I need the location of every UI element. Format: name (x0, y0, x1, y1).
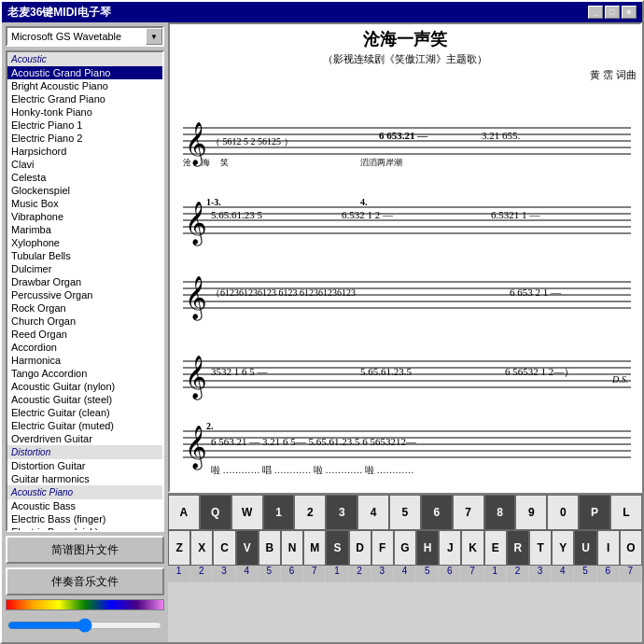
keyboard-key-t2[interactable]: T (529, 530, 552, 566)
keyboard-key-v2[interactable]: V (236, 530, 259, 566)
keyboard-key-3[interactable]: 3 (326, 495, 357, 530)
instrument-list-item[interactable]: Accordion (7, 341, 162, 354)
svg-text:滔滔两岸潮: 滔滔两岸潮 (360, 158, 402, 167)
instrument-list-item[interactable]: Xylophone (7, 236, 162, 249)
num-label-17: 4 (552, 566, 574, 582)
instrument-list-item[interactable]: Harpsichord (7, 145, 162, 158)
svg-text:（612361236123 6123  6123612361: （612361236123 6123 612361236123 (211, 287, 356, 298)
keyboard-key-0[interactable]: 0 (547, 495, 579, 530)
keyboard-key-q[interactable]: Q (200, 495, 231, 530)
keyboard-key-p[interactable]: P (579, 495, 610, 530)
keyboard-key-1[interactable]: 1 (263, 495, 295, 530)
score-image-button[interactable]: 简谱图片文件 (6, 536, 164, 564)
keyboard-key-k2[interactable]: K (461, 530, 483, 566)
keyboard-key-9[interactable]: 9 (515, 495, 547, 530)
keyboard-key-u2[interactable]: U (574, 530, 596, 566)
keyboard-key-8[interactable]: 8 (484, 495, 516, 530)
instrument-list-item[interactable]: Drawbar Organ (7, 275, 162, 288)
minimize-button[interactable]: _ (588, 6, 603, 19)
keyboard-key-x2[interactable]: X (190, 530, 213, 566)
svg-text:笑: 笑 (220, 158, 229, 167)
instrument-list-item[interactable]: Percussive Organ (7, 288, 162, 301)
instrument-list-item[interactable]: Rock Organ (7, 301, 162, 315)
right-panel: 沧海一声笑 （影视连续剧《笑傲江湖》主题歌） 黄 霑 词曲 𝄞 （ 5612 5… (168, 22, 642, 642)
score-author: 黄 霑 词曲 (174, 68, 637, 82)
instrument-list-item[interactable]: Harmonica (7, 354, 162, 367)
instrument-list-item[interactable]: Electric Guitar (clean) (7, 406, 162, 419)
instrument-group-header: Acoustic (7, 52, 162, 66)
keyboard-key-4[interactable]: 4 (357, 495, 389, 530)
instrument-list-item[interactable]: Guitar harmonics (7, 472, 162, 485)
instrument-list-item[interactable]: Acoustic Guitar (nylon) (7, 380, 162, 393)
button-panel: 简谱图片文件 伴奏音乐文件 (6, 536, 164, 638)
keyboard-key-m2[interactable]: M (303, 530, 326, 566)
instrument-list-item[interactable]: Distortion Guitar (7, 459, 162, 472)
keyboard-key-z2[interactable]: Z (168, 530, 190, 566)
instrument-list-item[interactable]: Electric Bass (pick) (7, 525, 162, 532)
instrument-list-item[interactable]: Electric Bass (finger) (7, 512, 162, 525)
keyboard-key-a[interactable]: A (168, 495, 200, 530)
keyboard-key-2[interactable]: 2 (294, 495, 326, 530)
instrument-list-item[interactable]: Overdriven Guitar (7, 432, 162, 445)
svg-text:沧: 沧 (183, 158, 191, 167)
keyboard-key-w[interactable]: W (231, 495, 263, 530)
instrument-list-item[interactable]: Electric Piano 2 (7, 132, 162, 145)
keyboard-key-j2[interactable]: J (439, 530, 461, 566)
keyboard-key-c2[interactable]: C (213, 530, 235, 566)
instrument-list-item[interactable]: Electric Grand Piano (7, 92, 162, 105)
instrument-list-item[interactable]: Dulcimer (7, 262, 162, 275)
instrument-list-item[interactable]: Reed Organ (7, 328, 162, 341)
keyboard-key-l[interactable]: L (610, 495, 642, 530)
instrument-list[interactable]: AcousticAcoustic Grand PianoBright Acous… (6, 50, 164, 532)
num-label-10: 4 (394, 566, 416, 582)
instrument-list-item[interactable]: Acoustic Bass (7, 499, 162, 512)
instrument-list-item[interactable]: Vibraphone (7, 210, 162, 223)
instrument-list-item[interactable]: Marimba (7, 223, 162, 236)
keyboard-key-5[interactable]: 5 (389, 495, 421, 530)
instrument-list-item[interactable]: Bright Acoustic Piano (7, 79, 162, 92)
instrument-list-item[interactable]: Tubular Bells (7, 249, 162, 262)
score-area: 沧海一声笑 （影视连续剧《笑傲江湖》主题歌） 黄 霑 词曲 𝄞 （ 5612 5… (168, 22, 642, 493)
keyboard-key-o2[interactable]: O (620, 530, 642, 566)
num-label-1: 2 (190, 566, 213, 582)
keyboard-key-i2[interactable]: I (597, 530, 620, 566)
close-button[interactable]: × (622, 6, 637, 19)
instrument-list-item[interactable]: Celesta (7, 171, 162, 184)
instrument-list-item[interactable]: Clavi (7, 158, 162, 171)
num-label-15: 2 (507, 566, 529, 582)
svg-text:6 653 2 1 —: 6 653 2 1 — (510, 287, 562, 298)
svg-text:6 563.21 — 3.21 6 5—  5.65.61.: 6 563.21 — 3.21 6 5— 5.65.61.23.5 6 5653… (211, 436, 417, 447)
keyboard-key-y2[interactable]: Y (552, 530, 574, 566)
keyboard-key-6[interactable]: 6 (421, 495, 453, 530)
keyboard-key-e2[interactable]: E (484, 530, 507, 566)
instrument-list-item[interactable]: Electric Guitar (muted) (7, 419, 162, 432)
instrument-list-item[interactable]: Acoustic Guitar (steel) (7, 393, 162, 406)
keyboard-key-7[interactable]: 7 (453, 495, 484, 530)
maximize-button[interactable]: □ (605, 6, 620, 19)
keyboard-key-b2[interactable]: B (259, 530, 281, 566)
keyboard-key-r2[interactable]: R (507, 530, 529, 566)
volume-slider[interactable] (7, 616, 162, 635)
svg-text:5.65.61.23 5: 5.65.61.23 5 (211, 209, 263, 220)
instrument-dropdown[interactable]: Microsoft GS Wavetable (6, 26, 164, 47)
instrument-list-item[interactable]: Church Organ (7, 315, 162, 328)
keyboard-key-n2[interactable]: N (281, 530, 303, 566)
instrument-list-item[interactable]: Honky-tonk Piano (7, 105, 162, 119)
keyboard-key-g2[interactable]: G (394, 530, 416, 566)
keyboard-key-f2[interactable]: F (371, 530, 394, 566)
title-bar-buttons: _ □ × (588, 6, 637, 19)
music-file-button[interactable]: 伴奏音乐文件 (6, 567, 164, 595)
keyboard-key-s2[interactable]: S (326, 530, 348, 566)
instrument-list-item[interactable]: Music Box (7, 197, 162, 210)
score-subtitle: （影视连续剧《笑傲江湖》主题歌） (174, 52, 637, 66)
keyboard-key-d2[interactable]: D (349, 530, 371, 566)
svg-text:𝄞: 𝄞 (185, 356, 207, 400)
instrument-list-item[interactable]: Tango Accordion (7, 367, 162, 380)
instrument-list-item[interactable]: Electric Piano 1 (7, 119, 162, 132)
svg-text:5.65.61.23.5: 5.65.61.23.5 (360, 366, 413, 377)
num-label-3: 4 (236, 566, 259, 582)
instrument-list-item[interactable]: Glockenspiel (7, 184, 162, 197)
keyboard-key-h2[interactable]: H (416, 530, 439, 566)
instrument-list-item[interactable]: Acoustic Grand Piano (7, 66, 162, 79)
num-label-13: 7 (461, 566, 483, 582)
